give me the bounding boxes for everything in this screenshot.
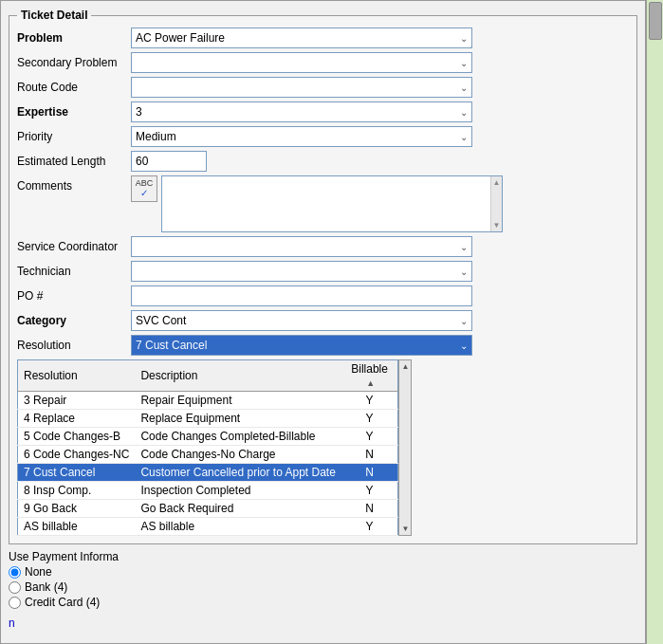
secondary-problem-control: ⌄ (131, 52, 629, 73)
priority-select[interactable]: Medium ⌄ (131, 126, 472, 147)
col-header-description: Description (135, 360, 341, 392)
table-row[interactable]: 7 Cust CancelCustomer Cancelled prior to… (18, 464, 398, 482)
col-header-resolution: Resolution (18, 360, 136, 392)
secondary-problem-select[interactable]: ⌄ (131, 52, 472, 73)
priority-row: Priority Medium ⌄ (17, 126, 629, 147)
expertise-chevron-icon: ⌄ (460, 107, 468, 118)
description-cell: Inspection Completed (135, 482, 341, 500)
payment-none-radio[interactable] (9, 566, 21, 579)
abc-spell-check-button[interactable]: ABC ✓ (131, 175, 157, 202)
resolution-dropdown: Resolution Description Billable ▲ (17, 359, 629, 536)
service-coordinator-select[interactable]: ⌄ (131, 236, 472, 257)
blue-link[interactable]: n (9, 616, 15, 630)
abc-check-icon: ✓ (140, 188, 148, 198)
billable-cell: Y (341, 428, 398, 446)
resolution-label: Resolution (17, 339, 131, 352)
ticket-detail-fieldset: Ticket Detail Problem AC Power Failure ⌄… (9, 9, 637, 544)
right-panel (646, 0, 663, 644)
category-row: Category SVC Cont ⌄ (17, 310, 629, 331)
technician-control: ⌄ (131, 261, 629, 282)
billable-sort-icon: ▲ (366, 378, 375, 388)
resolution-cell: 3 Repair (18, 392, 136, 410)
resolution-select[interactable]: 7 Cust Cancel ⌄ (131, 335, 472, 356)
problem-value: AC Power Failure (136, 31, 456, 45)
expertise-label: Expertise (17, 105, 131, 119)
payment-none-label: None (25, 565, 52, 579)
problem-chevron-icon: ⌄ (460, 33, 468, 44)
table-row[interactable]: 9 Go BackGo Back RequiredN (18, 500, 398, 518)
expertise-value: 3 (136, 105, 456, 119)
dropdown-scrollbar[interactable]: ▲ ▼ (398, 359, 412, 536)
technician-label: Technician (17, 265, 131, 278)
problem-control: AC Power Failure ⌄ (131, 28, 629, 48)
route-code-label: Route Code (17, 81, 131, 94)
secondary-chevron-icon: ⌄ (460, 58, 468, 68)
po-control (131, 285, 629, 306)
resolution-table: Resolution Description Billable ▲ (17, 359, 398, 536)
payment-section: Use Payment Informa None Bank (4) Credit… (9, 550, 637, 609)
po-input[interactable] (131, 285, 472, 306)
description-cell: AS billable (135, 518, 341, 536)
table-row[interactable]: 3 RepairRepair EquipmentY (18, 392, 398, 410)
resolution-cell: 7 Cust Cancel (18, 464, 136, 482)
service-coordinator-control: ⌄ (131, 236, 629, 257)
comments-control: ABC ✓ ▲ ▼ (131, 175, 629, 232)
technician-row: Technician ⌄ (17, 261, 629, 282)
service-coordinator-label: Service Coordinator (17, 240, 131, 253)
description-cell: Code Changes Completed-Billable (135, 428, 341, 446)
route-code-control: ⌄ (131, 77, 629, 98)
table-row[interactable]: 8 Insp Comp.Inspection CompletedY (18, 482, 398, 500)
priority-label: Priority (17, 130, 131, 143)
right-scrollbar-track[interactable] (647, 0, 663, 644)
comments-scrollbar[interactable]: ▲ ▼ (490, 176, 502, 231)
table-row[interactable]: 5 Code Changes-BCode Changes Completed-B… (18, 428, 398, 446)
technician-select[interactable]: ⌄ (131, 261, 472, 282)
payment-bank-radio[interactable] (9, 581, 21, 594)
secondary-problem-row: Secondary Problem ⌄ (17, 52, 629, 73)
billable-cell: N (341, 500, 398, 518)
resolution-cell: 6 Code Changes-NC (18, 446, 136, 464)
resolution-control: 7 Cust Cancel ⌄ (131, 335, 629, 356)
billable-cell: Y (341, 518, 398, 536)
description-cell: Customer Cancelled prior to Appt Date (135, 464, 341, 482)
payment-bank-row: Bank (4) (9, 580, 637, 594)
billable-cell: Y (341, 410, 398, 428)
comments-textarea[interactable] (162, 176, 490, 231)
description-cell: Replace Equipment (135, 410, 341, 428)
fieldset-title: Ticket Detail (17, 9, 91, 22)
estimated-length-label: Estimated Length (17, 155, 131, 168)
resolution-cell: 8 Insp Comp. (18, 482, 136, 500)
po-row: PO # (17, 285, 629, 306)
payment-credit-label: Credit Card (4) (25, 596, 100, 609)
table-row[interactable]: AS billableAS billableY (18, 518, 398, 536)
priority-value: Medium (136, 130, 456, 143)
secondary-problem-label: Secondary Problem (17, 56, 131, 69)
blue-link-wrap: n (9, 616, 637, 630)
resolution-chevron-icon: ⌄ (460, 340, 468, 351)
estimated-length-input[interactable] (131, 151, 207, 172)
technician-chevron-icon: ⌄ (460, 267, 468, 277)
table-row[interactable]: 4 ReplaceReplace EquipmentY (18, 410, 398, 428)
expertise-control: 3 ⌄ (131, 101, 629, 122)
payment-credit-radio[interactable] (9, 597, 21, 609)
priority-chevron-icon: ⌄ (460, 132, 468, 142)
resolution-cell: 4 Replace (18, 410, 136, 428)
payment-credit-row: Credit Card (4) (9, 596, 637, 609)
expertise-select[interactable]: 3 ⌄ (131, 101, 472, 122)
problem-row: Problem AC Power Failure ⌄ (17, 28, 629, 48)
category-select[interactable]: SVC Cont ⌄ (131, 310, 472, 331)
route-code-select[interactable]: ⌄ (131, 77, 472, 98)
problem-label: Problem (17, 31, 131, 45)
billable-cell: N (341, 446, 398, 464)
right-scrollbar-thumb[interactable] (649, 2, 662, 40)
table-row[interactable]: 6 Code Changes-NCCode Changes-No ChargeN (18, 446, 398, 464)
priority-control: Medium ⌄ (131, 126, 629, 147)
dropdown-scroll-area: Resolution Description Billable ▲ (17, 359, 398, 536)
description-cell: Go Back Required (135, 500, 341, 518)
col-header-billable: Billable ▲ (341, 360, 398, 392)
problem-select[interactable]: AC Power Failure ⌄ (131, 28, 472, 48)
billable-cell: N (341, 464, 398, 482)
service-coordinator-chevron-icon: ⌄ (460, 242, 468, 252)
expertise-row: Expertise 3 ⌄ (17, 101, 629, 122)
route-code-chevron-icon: ⌄ (460, 83, 468, 93)
